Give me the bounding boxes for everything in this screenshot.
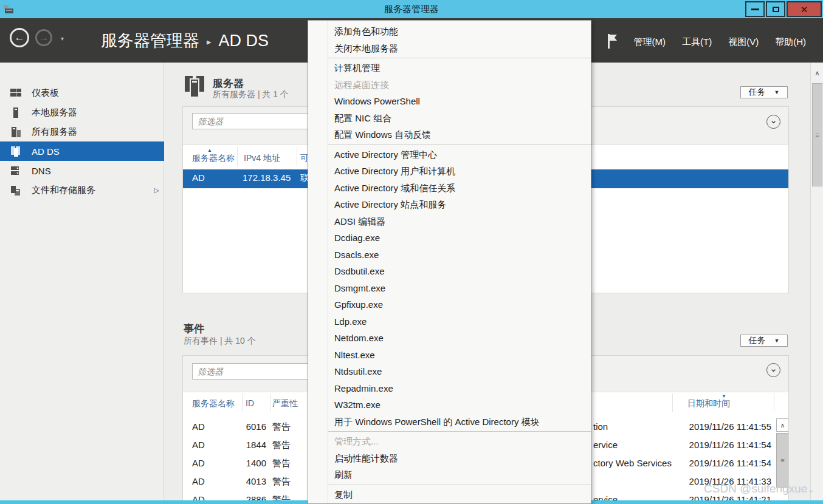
forward-button[interactable]: → <box>35 29 52 46</box>
close-button[interactable]: ✕ <box>787 1 822 17</box>
menu-view[interactable]: 视图(V) <box>728 36 759 48</box>
history-dropdown[interactable]: ▾ <box>61 35 64 42</box>
sidebar-item-label: DNS <box>32 166 51 176</box>
servers-collapse-button[interactable]: ⌄ <box>766 115 780 129</box>
servers-col-name[interactable]: 服务器名称 <box>192 153 235 164</box>
column-divider <box>672 393 673 412</box>
events-col-server[interactable]: 服务器名称 <box>192 398 235 409</box>
menu-item-repadmin[interactable]: Repadmin.exe <box>308 380 591 397</box>
event-server: AD <box>192 440 205 450</box>
menu-item-start-perf-counters[interactable]: 启动性能计数器 <box>308 450 591 467</box>
window-scrollbar-thumb[interactable]: ≡ <box>812 83 822 186</box>
sidebar-item-label: 仪表板 <box>32 87 59 99</box>
events-panel-subtitle: 所有事件 | 共 10 个 <box>184 336 256 347</box>
menu-item-dsacls[interactable]: Dsacls.exe <box>308 247 591 264</box>
sidebar-item-file-storage[interactable]: 文件和存储服务 ▷ <box>0 180 164 200</box>
scroll-up-icon: ∧ <box>780 422 785 429</box>
events-tasks-button[interactable]: 任务 ▼ <box>740 335 788 347</box>
close-icon: ✕ <box>801 5 808 14</box>
maximize-button[interactable] <box>766 1 785 17</box>
sidebar-item-ad-ds[interactable]: AD DS <box>0 141 164 161</box>
events-collapse-button[interactable]: ⌄ <box>766 363 780 377</box>
menu-item-w32tm[interactable]: W32tm.exe <box>308 397 591 414</box>
menu-item-gpfixup[interactable]: Gpfixup.exe <box>308 296 591 313</box>
menu-item-computer-management[interactable]: 计算机管理 <box>308 60 591 77</box>
servers-col-ipv4[interactable]: IPv4 地址 <box>244 153 280 164</box>
chevron-down-icon: ⌄ <box>770 364 777 373</box>
dns-icon <box>10 166 25 175</box>
window-scrollbar[interactable]: ∧ ≡ <box>810 63 823 504</box>
menu-tools[interactable]: 工具(T) <box>682 36 712 48</box>
menu-item-shutdown-local-server[interactable]: 关闭本地服务器 <box>308 40 591 57</box>
event-server: AD <box>192 458 205 468</box>
scroll-up-button[interactable]: ∧ <box>811 66 823 80</box>
events-col-severity[interactable]: 严重性 <box>272 398 298 409</box>
menu-item-dcdiag[interactable]: Dcdiag.exe <box>308 230 591 247</box>
event-id: 6016 <box>242 421 266 432</box>
sidebar-item-label: 本地服务器 <box>32 107 77 118</box>
forward-icon: → <box>39 32 49 44</box>
all-servers-icon <box>10 127 25 137</box>
menu-item-ad-admin-center[interactable]: Active Directory 管理中心 <box>308 146 591 163</box>
menu-item-windows-feedback[interactable]: 配置 Windows 自动反馈 <box>308 126 591 143</box>
menu-item-netdom[interactable]: Netdom.exe <box>308 330 591 347</box>
sidebar-item-label: AD DS <box>32 146 60 157</box>
menu-manage[interactable]: 管理(M) <box>634 36 666 48</box>
sidebar-item-local-server[interactable]: 本地服务器 <box>0 103 164 122</box>
menu-item-ldp[interactable]: Ldp.exe <box>308 313 591 330</box>
event-source: tion <box>593 421 608 432</box>
sidebar-item-all-servers[interactable]: 所有服务器 <box>0 122 164 141</box>
menu-separator <box>328 431 591 432</box>
menu-item-ad-users-computers[interactable]: Active Directory 用户和计算机 <box>308 163 591 180</box>
menu-item-nic-teaming[interactable]: 配置 NIC 组合 <box>308 110 591 127</box>
column-divider <box>237 147 238 166</box>
event-server: AD <box>192 421 205 432</box>
notifications-flag-icon[interactable] <box>607 33 618 51</box>
menu-item-ad-domains-trusts[interactable]: Active Directory 域和信任关系 <box>308 180 591 197</box>
menu-item-ad-sites-services[interactable]: Active Directory 站点和服务 <box>308 196 591 213</box>
servers-tasks-button[interactable]: 任务 ▼ <box>740 86 788 98</box>
servers-panel-title: 服务器 <box>213 77 244 90</box>
sidebar-item-dashboard[interactable]: 仪表板 <box>0 83 164 103</box>
menu-item-ad-powershell-module[interactable]: 用于 Windows PowerShell 的 Active Directory… <box>308 414 591 431</box>
menu-item-refresh[interactable]: 刷新 <box>308 466 591 483</box>
menu-help[interactable]: 帮助(H) <box>775 36 806 48</box>
back-button[interactable]: ← <box>10 28 29 47</box>
watermark-text: CSDN @suifengxue <box>704 482 807 495</box>
menu-item-adsi-edit[interactable]: ADSI 编辑器 <box>308 213 591 230</box>
events-col-id[interactable]: ID <box>246 398 254 408</box>
column-divider <box>774 393 774 412</box>
breadcrumb-separator-icon: ▸ <box>207 36 212 47</box>
minimize-button[interactable] <box>745 1 765 17</box>
expand-arrow-icon[interactable]: ▷ <box>154 186 159 194</box>
event-id: 1844 <box>242 440 266 450</box>
file-storage-icon <box>10 185 25 196</box>
menu-item-copy[interactable]: 复制 <box>308 486 591 503</box>
menu-bar: | 管理(M) 工具(T) 视图(V) 帮助(H) <box>587 33 806 51</box>
menu-item-add-roles[interactable]: 添加角色和功能 <box>308 23 591 40</box>
scroll-grip-icon: ≡ <box>780 457 784 464</box>
menu-item-ntdsutil[interactable]: Ntdsutil.exe <box>308 363 591 380</box>
server-ipv4-cell: 172.18.3.45 <box>243 172 291 183</box>
sidebar-item-dns[interactable]: DNS <box>0 161 164 180</box>
sidebar-item-label: 所有服务器 <box>32 126 77 138</box>
event-server: AD <box>192 476 205 486</box>
breadcrumb: 服务器管理器▸AD DS <box>101 29 269 53</box>
menu-item-windows-powershell[interactable]: Windows PowerShell <box>308 93 591 110</box>
events-scrollbar-thumb[interactable]: ≡ <box>776 433 789 488</box>
column-divider <box>270 393 270 412</box>
tools-context-menu: 添加角色和功能 关闭本地服务器 计算机管理 远程桌面连接 Windows Pow… <box>308 20 591 504</box>
event-datetime: 2019/11/26 11:41:55 <box>674 421 771 432</box>
back-icon: ← <box>15 32 25 44</box>
menu-item-dsdbutil[interactable]: Dsdbutil.exe <box>308 263 591 280</box>
event-datetime: 2019/11/26 11:41:54 <box>674 458 771 468</box>
breadcrumb-root[interactable]: 服务器管理器 <box>101 32 199 50</box>
menu-item-dsmgmt[interactable]: Dsmgmt.exe <box>308 280 591 297</box>
menu-item-nltest[interactable]: Nltest.exe <box>308 347 591 364</box>
server-manager-window: 服务器管理器 ✕ ← → ▾ 服务器管理器▸AD DS | 管理(M) 工具(T… <box>0 0 823 504</box>
maximize-icon <box>773 7 779 12</box>
event-source: ervice <box>593 440 618 450</box>
events-col-datetime[interactable]: 日期和时间 <box>687 398 730 409</box>
events-scroll-up-button[interactable]: ∧ <box>776 418 789 432</box>
servers-panel-subtitle: 所有服务器 | 共 1 个 <box>213 89 289 100</box>
